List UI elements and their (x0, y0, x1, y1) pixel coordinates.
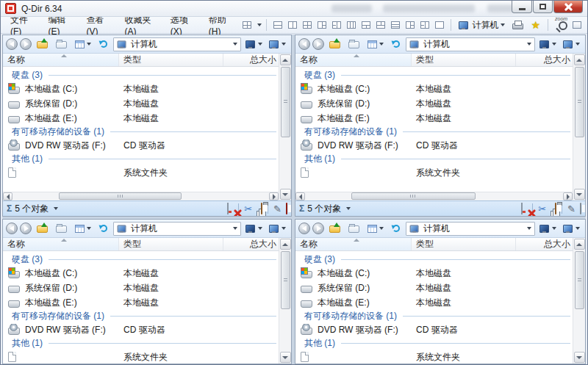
computer-dropdown-button[interactable] (267, 38, 288, 51)
group-header[interactable]: 硬盘 (3) (295, 69, 573, 82)
desktop-dropdown-button[interactable] (243, 223, 265, 235)
print-button[interactable] (509, 18, 526, 32)
view-mode-button[interactable] (72, 38, 94, 51)
forward-button[interactable] (312, 223, 324, 234)
group-header[interactable]: 硬盘 (3) (295, 253, 573, 266)
group-header[interactable]: 有可移动存储的设备 (1) (3, 126, 279, 138)
file-row[interactable]: 本地磁盘 (E:)本地磁盘 (3, 295, 279, 310)
layout-button-1[interactable] (271, 18, 284, 32)
maximize-button[interactable] (533, 1, 553, 13)
h-scroll-track[interactable] (12, 192, 269, 200)
file-row[interactable]: 本地磁盘 (E:)本地磁盘 (295, 111, 573, 126)
panel-toggle-button[interactable] (570, 19, 584, 31)
paste-button[interactable] (555, 203, 556, 214)
refresh-button[interactable] (96, 37, 111, 51)
address-dropdown-icon[interactable] (527, 43, 531, 46)
scroll-down-button[interactable] (574, 189, 585, 200)
up-button[interactable] (34, 222, 51, 235)
file-row[interactable]: 系统保留 (D:)本地磁盘 (3, 96, 279, 111)
v-scroll-track[interactable] (280, 66, 291, 188)
file-row[interactable]: 系统文件夹 (295, 165, 573, 180)
v-scrollbar[interactable] (573, 54, 585, 200)
open-folder-button[interactable] (345, 37, 362, 51)
desktop-dropdown-button[interactable] (537, 38, 559, 51)
group-header[interactable]: 其他 (1) (3, 337, 279, 350)
layout-button-12[interactable] (433, 18, 446, 32)
file-row[interactable]: 本地磁盘 (C:)本地磁盘 (295, 82, 573, 96)
address-bar[interactable]: 计算机 (113, 37, 241, 51)
layout-button-4[interactable] (315, 18, 329, 32)
up-button[interactable] (326, 222, 343, 235)
group-header[interactable]: 其他 (1) (3, 153, 279, 165)
group-header[interactable]: 硬盘 (3) (3, 69, 279, 82)
v-scroll-thumb[interactable] (575, 67, 584, 137)
active-pane-button[interactable] (286, 203, 287, 214)
up-button[interactable] (34, 37, 51, 51)
computer-dropdown-button[interactable] (561, 38, 582, 51)
file-row[interactable]: 本地磁盘 (C:)本地磁盘 (295, 266, 573, 281)
back-button[interactable] (6, 38, 18, 50)
layout-button-2[interactable] (286, 18, 299, 32)
scroll-right-button[interactable] (563, 192, 573, 200)
column-header-type[interactable]: 类型 (412, 238, 516, 250)
column-header-type[interactable]: 类型 (119, 54, 223, 66)
group-header[interactable]: 硬盘 (3) (3, 253, 279, 266)
layout-button-11[interactable] (418, 18, 431, 32)
v-scroll-track[interactable] (280, 250, 291, 351)
forward-button[interactable] (20, 223, 32, 234)
layout-button-6[interactable] (345, 18, 358, 32)
file-row[interactable]: DVD RW 驱动器 (F:)CD 驱动器 (3, 138, 279, 153)
h-scrollbar[interactable] (295, 192, 573, 200)
address-bar[interactable]: 计算机 (406, 37, 535, 51)
object-count-button[interactable]: 5 个对象 (7, 203, 58, 215)
active-pane-button[interactable] (580, 203, 581, 214)
file-row[interactable]: DVD RW 驱动器 (F:)CD 驱动器 (295, 138, 573, 153)
minimize-button[interactable] (512, 1, 532, 13)
edit-button[interactable] (567, 203, 576, 214)
scroll-left-button[interactable] (3, 192, 12, 200)
close-button[interactable] (553, 1, 583, 13)
cut-button[interactable] (538, 203, 546, 214)
layout-dropdown-button[interactable] (240, 18, 254, 32)
group-header[interactable]: 其他 (1) (295, 337, 573, 350)
cut-button[interactable] (244, 203, 252, 214)
goto-computer-button[interactable]: 计算机 (456, 17, 508, 34)
address-bar[interactable]: 计算机 (113, 222, 241, 236)
column-header-size[interactable]: 总大小 (516, 54, 573, 66)
zoom-button[interactable]: zoom (553, 17, 568, 33)
back-button[interactable] (298, 223, 310, 234)
v-scrollbar[interactable] (279, 54, 291, 200)
h-scroll-thumb[interactable] (59, 192, 182, 200)
refresh-button[interactable] (389, 37, 404, 51)
column-header-type[interactable]: 类型 (412, 54, 516, 66)
scroll-down-button[interactable] (574, 352, 585, 363)
layout-button-5[interactable] (330, 18, 343, 32)
group-header[interactable]: 有可移动存储的设备 (1) (295, 310, 573, 322)
address-bar[interactable]: 计算机 (406, 222, 535, 236)
scroll-up-button[interactable] (574, 54, 585, 65)
layout-button-10[interactable] (404, 18, 417, 32)
column-header-size[interactable]: 总大小 (516, 238, 573, 250)
file-row[interactable]: DVD RW 驱动器 (F:)CD 驱动器 (3, 322, 279, 337)
v-scroll-track[interactable] (574, 250, 585, 351)
v-scrollbar[interactable] (573, 238, 585, 364)
back-button[interactable] (6, 223, 18, 234)
scroll-up-button[interactable] (280, 239, 291, 250)
file-row[interactable]: 系统保留 (D:)本地磁盘 (3, 281, 279, 295)
file-row[interactable]: 系统文件夹 (3, 350, 279, 364)
v-scrollbar[interactable] (279, 238, 291, 364)
forward-button[interactable] (312, 38, 324, 50)
refresh-button[interactable] (96, 222, 111, 235)
address-dropdown-icon[interactable] (233, 227, 237, 230)
group-header[interactable]: 有可移动存储的设备 (1) (3, 310, 279, 322)
note-button[interactable] (521, 203, 523, 214)
scroll-down-button[interactable] (280, 189, 291, 200)
address-dropdown-icon[interactable] (527, 227, 531, 230)
desktop-dropdown-button[interactable] (537, 223, 559, 235)
file-row[interactable]: 本地磁盘 (C:)本地磁盘 (3, 82, 279, 96)
view-mode-button[interactable] (365, 38, 387, 51)
file-row[interactable]: 系统文件夹 (3, 165, 279, 180)
scroll-right-button[interactable] (269, 192, 279, 200)
open-folder-button[interactable] (53, 222, 70, 235)
view-mode-button[interactable] (365, 223, 387, 235)
